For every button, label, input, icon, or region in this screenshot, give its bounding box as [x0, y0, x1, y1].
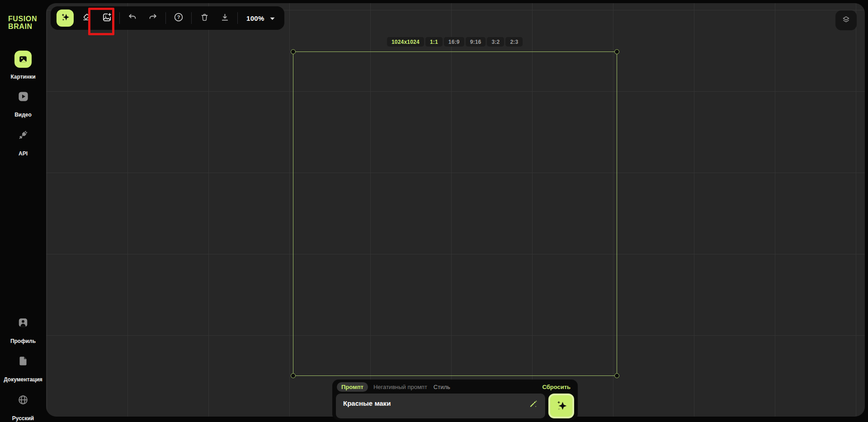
- sidebar-item-label: API: [19, 150, 28, 157]
- trash-icon: [200, 13, 209, 24]
- prompt-input-row: [336, 394, 574, 418]
- download-icon: [220, 13, 230, 24]
- tab-negative-prompt[interactable]: Негативный промпт: [373, 384, 427, 390]
- redo-button[interactable]: [145, 9, 160, 27]
- prompt-input-container: [336, 394, 545, 418]
- toolbar-divider: [165, 12, 166, 24]
- sparkles-icon: [555, 399, 568, 414]
- sidebar-item-language[interactable]: Русский: [0, 392, 46, 422]
- reset-button[interactable]: Сбросить: [542, 384, 571, 390]
- prompt-input[interactable]: [343, 398, 527, 407]
- generate-button[interactable]: [548, 394, 574, 418]
- brand-logo-line2: BRAIN: [8, 23, 37, 30]
- sidebar-item-api[interactable]: API: [0, 127, 46, 157]
- tab-style[interactable]: Стиль: [434, 384, 450, 390]
- brand-logo-line1: FUSION: [8, 15, 37, 23]
- zoom-level-value: 100%: [246, 14, 264, 22]
- ratio-pill-1-1[interactable]: 1:1: [425, 37, 443, 47]
- plug-icon: [17, 129, 29, 143]
- sidebar-item-documentation[interactable]: Документация: [0, 353, 46, 383]
- size-pill-1024[interactable]: 1024x1024: [387, 37, 424, 47]
- sidebar-item-label: Картинки: [10, 74, 35, 80]
- brand-logo[interactable]: FUSION BRAIN: [8, 15, 37, 30]
- eraser-icon: [81, 12, 91, 24]
- sparkles-icon: [60, 12, 70, 24]
- sidebar-item-label: Профиль: [10, 338, 36, 344]
- selection-handle-top-left[interactable]: [291, 49, 296, 54]
- chevron-down-icon: [270, 14, 275, 22]
- zoom-level-dropdown[interactable]: 100%: [243, 14, 278, 22]
- prompt-tabs: Промпт Негативный промпт Стиль Сбросить: [336, 382, 574, 392]
- add-image-tool-button[interactable]: [99, 9, 114, 27]
- svg-text:?: ?: [177, 14, 180, 20]
- layers-icon: [841, 15, 851, 26]
- app-window: 1024x1024 1:1 16:9 9:16 3:2 2:3: [0, 0, 868, 422]
- sidebar-item-label: Видео: [14, 112, 32, 118]
- ratio-pill-2-3[interactable]: 2:3: [505, 37, 523, 47]
- sidebar-item-label: Документация: [4, 376, 42, 383]
- delete-button[interactable]: [197, 9, 212, 27]
- help-button[interactable]: ?: [171, 9, 186, 27]
- canvas-selection-box[interactable]: [293, 52, 617, 376]
- layers-button[interactable]: [835, 10, 857, 30]
- sidebar-item-images[interactable]: Картинки: [0, 51, 46, 80]
- video-icon: [17, 90, 29, 104]
- enhance-prompt-button[interactable]: [527, 398, 539, 410]
- help-icon: ?: [173, 12, 184, 24]
- globe-icon: [17, 394, 29, 408]
- undo-button[interactable]: [125, 9, 140, 27]
- prompt-panel: Промпт Негативный промпт Стиль Сбросить: [332, 380, 578, 420]
- toolbar-divider: [237, 12, 238, 24]
- sidebar-item-label: Русский: [12, 415, 34, 422]
- redo-icon: [148, 12, 158, 24]
- selection-handle-top-right[interactable]: [614, 49, 619, 54]
- sidebar-item-profile[interactable]: Профиль: [0, 315, 46, 344]
- document-icon: [18, 355, 28, 369]
- images-icon: [14, 51, 32, 68]
- selection-handle-bottom-right[interactable]: [614, 373, 619, 378]
- toolbar: ? 100%: [51, 6, 284, 30]
- profile-icon: [17, 317, 29, 330]
- ratio-pill-16-9[interactable]: 16:9: [444, 37, 464, 47]
- eraser-tool-button[interactable]: [79, 9, 94, 27]
- tab-prompt[interactable]: Промпт: [337, 382, 368, 392]
- magic-select-tool-button[interactable]: [57, 9, 74, 27]
- download-button[interactable]: [217, 9, 232, 27]
- sidebar: FUSION BRAIN Картинки: [0, 0, 46, 422]
- ratio-pill-3-2[interactable]: 3:2: [487, 37, 504, 47]
- ratio-pill-9-16[interactable]: 9:16: [466, 37, 486, 47]
- toolbar-divider: [191, 12, 192, 24]
- toolbar-divider: [119, 12, 120, 24]
- image-add-icon: [102, 12, 112, 24]
- size-options-row: 1024x1024 1:1 16:9 9:16 3:2 2:3: [387, 37, 523, 47]
- selection-handle-bottom-left[interactable]: [291, 373, 296, 378]
- undo-icon: [127, 12, 137, 24]
- sidebar-item-video[interactable]: Видео: [0, 89, 46, 118]
